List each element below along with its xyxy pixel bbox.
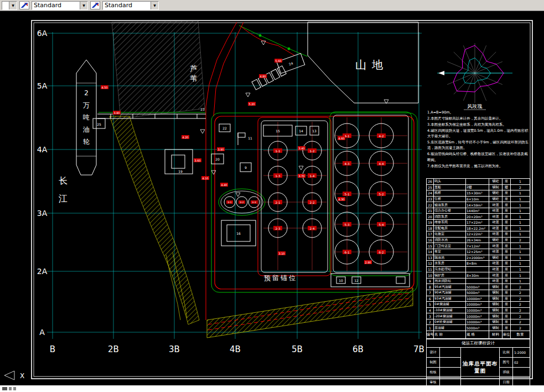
svg-text:3.40: 3.40 bbox=[298, 147, 304, 150]
table-row: 25 趸船 2艘 钢制 艘 2 bbox=[427, 185, 530, 191]
table-row: 8 95#汽油罐 5000m³ 钢制 座 2 bbox=[427, 284, 530, 290]
drawing-title: 油库总平面布置图 bbox=[461, 348, 500, 387]
svg-text:2-1: 2-1 bbox=[276, 201, 281, 204]
grid-col-label: B bbox=[50, 344, 55, 354]
table-row: 10 锅炉房 8×30m 砖混 座 1 bbox=[427, 272, 530, 278]
toolbar-combo-empty[interactable]: ▼ bbox=[2, 1, 17, 10]
table-row: 9 泡沫消防站 砖混 座 1 bbox=[427, 278, 530, 285]
svg-text:2.90: 2.90 bbox=[365, 261, 371, 264]
table-row: 18 变配电所 18×22.2m² 砖混 座 1 bbox=[427, 226, 530, 232]
svg-text:15: 15 bbox=[276, 129, 280, 133]
note-line: 1.A=B=90m。 bbox=[427, 110, 530, 115]
grid-row-label: 2A bbox=[37, 267, 48, 276]
ship-label-char: 万 bbox=[83, 101, 90, 109]
south-road bbox=[207, 288, 413, 338]
grid-row-label: 6A bbox=[37, 29, 48, 38]
ship-label-char: 轮 bbox=[83, 138, 90, 146]
tanker-ship: 2 万 吨 油 轮 bbox=[76, 60, 96, 175]
river-label: 长 江 bbox=[59, 176, 68, 204]
table-row: 13 隔油池 2×2000m³ 钢砼 座 1 bbox=[427, 255, 530, 261]
grid-col-label: 6B bbox=[353, 344, 364, 354]
svg-text:2-4: 2-4 bbox=[310, 227, 315, 230]
grid-col-label: 5B bbox=[292, 344, 303, 354]
svg-text:19: 19 bbox=[178, 169, 183, 173]
svg-text:2-3: 2-3 bbox=[276, 227, 281, 230]
svg-text:10: 10 bbox=[339, 278, 343, 282]
wind-rose: 风玫瑰 bbox=[437, 43, 512, 110]
svg-text:4.50: 4.50 bbox=[101, 86, 107, 89]
svg-text:3.10: 3.10 bbox=[278, 252, 284, 255]
combo-empty-field bbox=[2, 2, 9, 9]
text-style-icon[interactable] bbox=[19, 1, 29, 9]
table-row: 1 原油罐 5000m³ 钢制 座 2 bbox=[427, 325, 530, 331]
dim-style-icon[interactable] bbox=[90, 1, 100, 9]
building-label-23: 23 bbox=[200, 107, 205, 111]
chevron-down-icon[interactable]: ▼ bbox=[9, 2, 17, 9]
svg-text:14: 14 bbox=[299, 129, 303, 133]
building-20: 20 bbox=[211, 154, 224, 164]
building-9: 9 bbox=[240, 163, 251, 172]
building-19: 19 bbox=[165, 149, 193, 174]
svg-text:3-3: 3-3 bbox=[252, 201, 256, 204]
text-style-combo[interactable]: Standard ▼ bbox=[32, 1, 88, 10]
trestle-steps bbox=[252, 66, 286, 90]
svg-text:24: 24 bbox=[288, 61, 294, 66]
table-row: 5 0#柴油罐 10000m³ 钢制 座 2 bbox=[427, 302, 530, 308]
dim-style-value: Standard bbox=[103, 2, 151, 9]
grid-row-label: 5A bbox=[37, 81, 48, 90]
grid-row-label: 3A bbox=[37, 209, 48, 218]
svg-text:22: 22 bbox=[222, 126, 227, 130]
svg-text:X: X bbox=[20, 372, 24, 380]
building-24: 24 bbox=[277, 53, 305, 73]
grid-col-label: 7B bbox=[413, 344, 424, 354]
svg-text:11: 11 bbox=[248, 136, 252, 140]
grid-col-label: 2B bbox=[108, 344, 119, 354]
note-line: 5.库区道路宽6m，转弯半径不小于9m，罐区四周设环形消防车道，路面为混凝土路面… bbox=[427, 140, 530, 151]
project-name: 储运工程课程设计 bbox=[427, 339, 530, 348]
tank-group-small: 3-1 3-2 3-3 bbox=[221, 191, 263, 213]
title-block: 储运工程课程设计 设计 制图 校核 审核 bbox=[426, 339, 530, 388]
grid-row-label: A bbox=[39, 328, 45, 337]
ship-label-char: 2 bbox=[84, 89, 89, 97]
table-row: 21 综合办公楼 1440m² 砖混 座 1 bbox=[427, 208, 530, 214]
titleblock-field: 比例 1:2000 bbox=[500, 348, 530, 358]
svg-text:9: 9 bbox=[245, 166, 247, 169]
building-11: 11 bbox=[238, 133, 252, 145]
grid-row-label: 4A bbox=[37, 145, 48, 154]
status-mark bbox=[13, 387, 16, 390]
status-strip bbox=[0, 385, 544, 392]
mountain-area: 山地 bbox=[308, 22, 418, 103]
table-row: 23 引桥 6×10m 钢砼 座 1 bbox=[427, 197, 530, 203]
svg-text:4-3: 4-3 bbox=[345, 162, 350, 166]
svg-text:1-4: 1-4 bbox=[310, 174, 315, 178]
svg-text:1-2: 1-2 bbox=[310, 149, 315, 153]
building-16: 16 bbox=[221, 220, 256, 246]
titleblock-field: 制图 bbox=[427, 358, 460, 368]
svg-text:江: 江 bbox=[59, 193, 68, 204]
chevron-down-icon[interactable]: ▼ bbox=[80, 2, 87, 9]
note-line: 6.输油管线由码头经引桥、栈桥敷设至罐区，沿途设补偿器及截断阀。 bbox=[427, 151, 530, 162]
svg-text:6-1: 6-1 bbox=[345, 251, 350, 254]
svg-text:5-3: 5-3 bbox=[345, 223, 350, 226]
grid-col-label: 3B bbox=[169, 344, 180, 354]
svg-text:4.80: 4.80 bbox=[260, 75, 266, 78]
building-13: 13 bbox=[310, 126, 319, 135]
note-line: 3.本图坐标系为假定坐标系，高程为黄海高程系。 bbox=[427, 122, 530, 127]
table-row: 11 污水处理站 砖混 座 1 bbox=[427, 267, 530, 273]
chevron-down-icon[interactable]: ▼ bbox=[151, 2, 158, 9]
dim-style-combo[interactable]: Standard ▼ bbox=[102, 1, 159, 10]
note-line: 4.罐区四周设防火堤，堤顶宽0.5m，堤高1.0m，堤内有效容积大于最大罐容。 bbox=[427, 128, 530, 139]
svg-text:4-2: 4-2 bbox=[379, 135, 384, 138]
table-row: 3 -20#柴油罐 10000m³ 钢制 座 2 bbox=[427, 313, 530, 319]
ship-label-char: 吨 bbox=[83, 114, 90, 121]
table-row: 26 码头 钢砼 座 1 bbox=[427, 179, 530, 185]
table-row: 19 维修车间 17×22m² 砖混 座 1 bbox=[427, 220, 530, 226]
table-row: 24 栈桥 15×30m² 钢砼 座 1 bbox=[427, 190, 530, 197]
toolbar: ▼ Standard ▼ Standard ▼ bbox=[0, 0, 544, 11]
drawing-canvas[interactable]: 6A 5A 4A 3A 2A A B 2B 3B 4B 5B 6B 7B 山地 bbox=[0, 11, 544, 385]
svg-text:4-4: 4-4 bbox=[379, 162, 384, 166]
svg-text:4.60: 4.60 bbox=[338, 137, 344, 140]
titleblock-field: 设计 bbox=[427, 348, 460, 358]
wind-rose-title: 风玫瑰 bbox=[468, 104, 483, 109]
svg-text:2-2: 2-2 bbox=[310, 201, 315, 204]
